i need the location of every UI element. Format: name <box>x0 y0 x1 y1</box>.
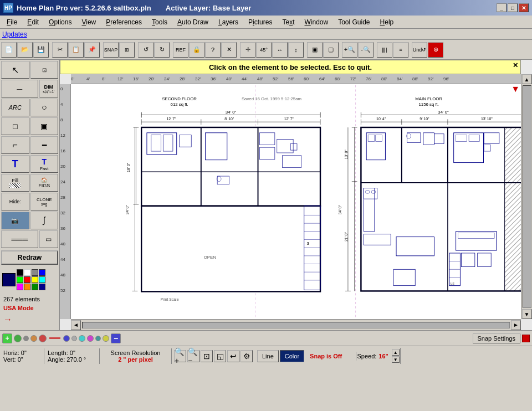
tool-hline[interactable]: ━ <box>30 136 59 154</box>
tb-flipv[interactable]: ↕ <box>288 42 304 58</box>
menu-tools[interactable]: Tools <box>147 17 172 27</box>
tool-rect-filled[interactable]: ▣ <box>30 117 59 135</box>
tool-clone[interactable]: CLONE s≡g <box>30 193 59 210</box>
zoom-prev-button[interactable]: ↩ <box>227 350 239 362</box>
tool-circle[interactable]: ○ <box>30 99 59 116</box>
tb-camera[interactable]: 🔒 <box>189 42 204 58</box>
horizontal-scrollbar[interactable]: ◄ ► <box>71 319 521 330</box>
tb-group[interactable]: ▣ <box>307 42 323 58</box>
menu-toolguide[interactable]: Tool Guide <box>334 17 374 27</box>
snap-btn-6[interactable] <box>71 336 77 341</box>
menu-pictures[interactable]: Pictures <box>244 17 277 27</box>
snap-close-button[interactable] <box>522 335 530 342</box>
tb-copy[interactable]: 📋 <box>68 42 84 58</box>
swatch-dark-blue[interactable] <box>39 284 45 290</box>
menu-window[interactable]: Window <box>300 17 332 27</box>
tool-select-all[interactable]: ⊡ <box>30 61 59 79</box>
snap-btn-7[interactable] <box>79 335 85 342</box>
snap-remove-button[interactable]: − <box>111 333 121 343</box>
tool-fill[interactable]: Fill <box>1 174 29 192</box>
swatch-white[interactable] <box>24 269 30 276</box>
swatch-cyan[interactable] <box>39 276 45 283</box>
tb-redo[interactable]: ↻ <box>154 42 170 58</box>
tool-hline2[interactable]: ═══ <box>1 230 38 248</box>
snap-btn-3[interactable] <box>30 335 37 342</box>
tb-undo2[interactable]: Und↺ <box>412 42 427 58</box>
scroll-up-button[interactable]: ▲ <box>522 74 532 84</box>
zoom-actual-button[interactable]: ◱ <box>214 350 226 362</box>
tb-save[interactable]: 💾 <box>33 42 49 58</box>
swatch-red[interactable] <box>24 276 30 283</box>
updates-label[interactable]: Updates <box>2 30 27 38</box>
tb-cross[interactable]: ✕ <box>221 42 237 58</box>
swatch-gray[interactable] <box>32 269 38 276</box>
zoom-out-button[interactable]: 🔍− <box>187 350 200 362</box>
menu-layers[interactable]: Layers <box>214 17 243 27</box>
scroll-left-button[interactable]: ◄ <box>71 320 81 330</box>
tool-frame[interactable]: ▭ <box>39 230 58 248</box>
scroll-down-button[interactable]: ▼ <box>522 309 532 319</box>
snap-btn-4[interactable] <box>39 335 47 342</box>
minimize-button[interactable]: _ <box>497 3 507 12</box>
menu-preferences[interactable]: Preferences <box>101 17 146 27</box>
swatch-green[interactable] <box>17 276 23 283</box>
zoom-fit-button[interactable]: ⊡ <box>201 350 213 362</box>
snap-settings-button[interactable]: Snap Settings <box>473 333 521 343</box>
tool-dim[interactable]: DIM s¼"=1' <box>39 80 58 97</box>
tb-paste[interactable]: 📌 <box>84 42 100 58</box>
menu-file[interactable]: File <box>2 17 22 27</box>
tb-flip[interactable]: ↔ <box>272 42 288 58</box>
swatch-blue[interactable] <box>39 269 45 276</box>
tool-figs[interactable]: 🏠 FIGS <box>30 174 59 192</box>
speed-up-button[interactable]: ▲ <box>392 349 400 356</box>
snap-btn-10[interactable] <box>103 335 109 342</box>
menu-view[interactable]: View <box>77 17 100 27</box>
snap-btn-1[interactable] <box>14 335 22 342</box>
tb-ungroup[interactable]: ▢ <box>323 42 339 58</box>
tool-text-fast[interactable]: T Fast <box>30 155 59 173</box>
zoom-settings-button[interactable]: ⚙ <box>241 350 253 362</box>
zoom-in-button[interactable]: 🔍+ <box>174 350 186 362</box>
snap-btn-9[interactable] <box>95 336 101 341</box>
swatch-black[interactable] <box>17 269 23 276</box>
tool-wall-line[interactable]: — <box>1 80 38 97</box>
menu-options[interactable]: Options <box>44 17 76 27</box>
tool-curve[interactable]: ∫ <box>30 212 59 229</box>
vscroll-track[interactable] <box>523 85 531 308</box>
maximize-button[interactable]: □ <box>508 3 518 12</box>
foreground-color[interactable] <box>2 273 16 286</box>
tool-rect-outline[interactable]: □ <box>1 117 29 135</box>
swatch-magenta[interactable] <box>17 284 23 290</box>
tb-new[interactable]: 📄 <box>1 42 17 58</box>
vertical-scrollbar[interactable]: ▲ ▼ <box>521 74 532 319</box>
menu-autodraw[interactable]: Auto Draw <box>173 17 213 27</box>
snap-btn-2[interactable] <box>23 336 29 341</box>
tb-stop[interactable]: ⊗ <box>428 42 443 58</box>
swatch-dark-green[interactable] <box>32 284 38 290</box>
redraw-button[interactable]: Redraw <box>1 250 58 265</box>
tb-ref[interactable]: REF <box>173 42 188 58</box>
tool-arc[interactable]: ARC <box>1 99 29 116</box>
tb-grid[interactable]: ⊞ <box>119 42 135 58</box>
color-mode-button[interactable]: Color <box>280 350 304 362</box>
tool-hide[interactable]: Hide: <box>1 193 29 210</box>
tb-snap[interactable]: SNAP <box>103 42 119 58</box>
tb-rotate45[interactable]: 45° <box>256 42 272 58</box>
line-mode-button[interactable]: Line <box>257 350 279 362</box>
close-button[interactable]: ✕ <box>519 3 529 12</box>
tb-cut[interactable]: ✂ <box>52 42 68 58</box>
tb-undo[interactable]: ↺ <box>138 42 154 58</box>
tb-zoomin[interactable]: +🔍 <box>342 42 357 58</box>
hscroll-track[interactable] <box>82 322 510 328</box>
menu-text[interactable]: Text <box>278 17 299 27</box>
close-selection-msg[interactable]: ✕ <box>513 61 518 69</box>
menu-help[interactable]: Help <box>376 17 398 27</box>
snap-add-button[interactable]: + <box>2 333 12 343</box>
tb-move[interactable]: ✛ <box>240 42 255 58</box>
tb-open[interactable]: 📂 <box>17 42 33 58</box>
menu-edit[interactable]: Edit <box>23 17 43 27</box>
scroll-right-button[interactable]: ► <box>511 320 521 330</box>
tool-stairs[interactable]: ⌐ <box>1 136 29 154</box>
swatch-orange[interactable] <box>24 284 30 290</box>
snap-btn-5[interactable] <box>63 335 70 342</box>
